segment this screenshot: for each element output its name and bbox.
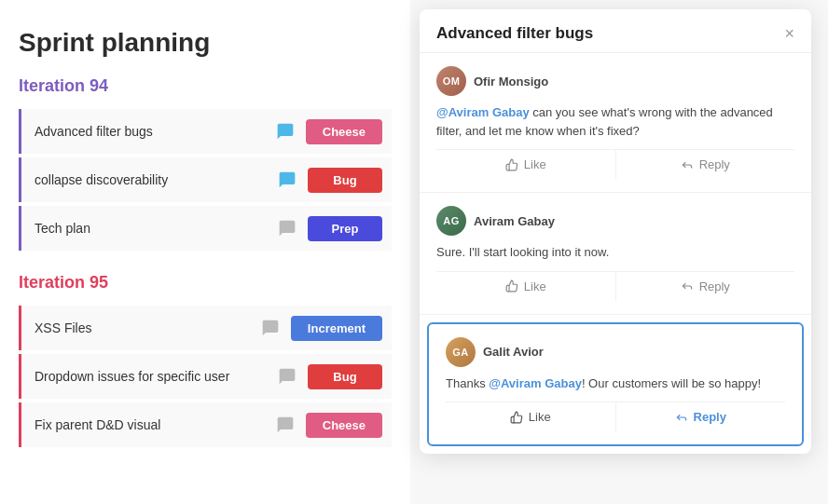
user-name: Ofir Monsigo [474, 75, 548, 89]
page-title: Sprint planning [19, 28, 392, 58]
comment-text: @Aviram Gabay can you see what's wrong w… [436, 103, 794, 140]
chat-icon[interactable] [274, 363, 300, 389]
iteration-label-iter-94: Iteration 94 [19, 76, 392, 96]
chat-icon[interactable] [274, 215, 300, 241]
comment-block-c1: OMOfir Monsigo@Aviram Gabay can you see … [420, 53, 811, 193]
comment-user-row: AGAviram Gabay [436, 206, 794, 236]
task-row: Advanced filter bugsCheese [19, 109, 392, 154]
comment-block-c2: AGAviram GabaySure. I'll start looking i… [420, 193, 811, 315]
comment-user-row: OMOfir Monsigo [436, 66, 794, 96]
task-name: Dropdown issues for specific user [34, 369, 267, 384]
mention: @Aviram Gabay [436, 105, 530, 119]
iteration-label-iter-95: Iteration 95 [19, 273, 392, 293]
comment-user-row: GAGalit Avior [446, 337, 785, 367]
left-panel: Sprint planning Iteration 94Advanced fil… [0, 0, 410, 504]
task-name: Tech plan [34, 221, 267, 236]
task-row: Fix parent D&D visualCheese [19, 402, 392, 447]
task-list-iter-95: XSS FilesIncrementDropdown issues for sp… [19, 306, 392, 447]
user-name: Aviram Gabay [474, 214, 555, 228]
tag-button-t2[interactable]: Bug [308, 168, 382, 193]
like-button-c1[interactable]: Like [436, 150, 616, 179]
task-row: collapse discoverabilityBug [19, 157, 392, 202]
modal: Advanced filter bugs × OMOfir Monsigo@Av… [420, 9, 811, 454]
chat-icon[interactable] [272, 118, 298, 144]
tag-button-t5[interactable]: Bug [308, 364, 382, 389]
tag-button-t3[interactable]: Prep [308, 216, 382, 241]
tag-button-t6[interactable]: Cheese [306, 413, 382, 438]
comment-block-c3: GAGalit AviorThanks @Aviram Gabay! Our c… [427, 322, 804, 447]
user-name: Galit Avior [483, 345, 544, 359]
comment-actions: Like Reply [436, 149, 794, 179]
chat-icon[interactable] [272, 412, 298, 438]
task-row: Tech planPrep [19, 206, 392, 251]
comment-text: Thanks @Aviram Gabay! Our customers will… [446, 375, 785, 393]
task-name: XSS Files [34, 320, 250, 335]
avatar: GA [446, 337, 476, 367]
like-button-c2[interactable]: Like [436, 272, 616, 301]
like-button-c3[interactable]: Like [446, 402, 616, 431]
chat-icon[interactable] [274, 167, 300, 193]
close-button[interactable]: × [784, 25, 794, 42]
modal-body: OMOfir Monsigo@Aviram Gabay can you see … [420, 53, 811, 454]
avatar: AG [436, 206, 466, 236]
iterations-container: Iteration 94Advanced filter bugsCheeseco… [19, 76, 392, 447]
chat-icon[interactable] [257, 315, 283, 341]
task-list-iter-94: Advanced filter bugsCheesecollapse disco… [19, 109, 392, 251]
task-row: Dropdown issues for specific userBug [19, 354, 392, 399]
task-name: Fix parent D&D visual [34, 417, 265, 432]
comment-text: Sure. I'll start looking into it now. [436, 243, 794, 262]
task-name: collapse discoverability [34, 172, 267, 187]
mention: @Aviram Gabay [489, 376, 582, 390]
tag-button-t1[interactable]: Cheese [306, 119, 382, 144]
modal-title: Advanced filter bugs [436, 24, 593, 43]
comment-actions: Like Reply [436, 271, 794, 301]
tag-button-t4[interactable]: Increment [291, 316, 382, 341]
reply-button-c3[interactable]: Reply [616, 402, 786, 431]
reply-button-c1[interactable]: Reply [616, 150, 795, 179]
comment-actions: Like Reply [446, 402, 785, 431]
avatar: OM [436, 66, 466, 96]
right-panel: Advanced filter bugs × OMOfir Monsigo@Av… [410, 0, 828, 504]
modal-header: Advanced filter bugs × [420, 9, 811, 53]
task-name: Advanced filter bugs [34, 124, 265, 139]
reply-button-c2[interactable]: Reply [616, 272, 795, 301]
task-row: XSS FilesIncrement [19, 306, 392, 350]
